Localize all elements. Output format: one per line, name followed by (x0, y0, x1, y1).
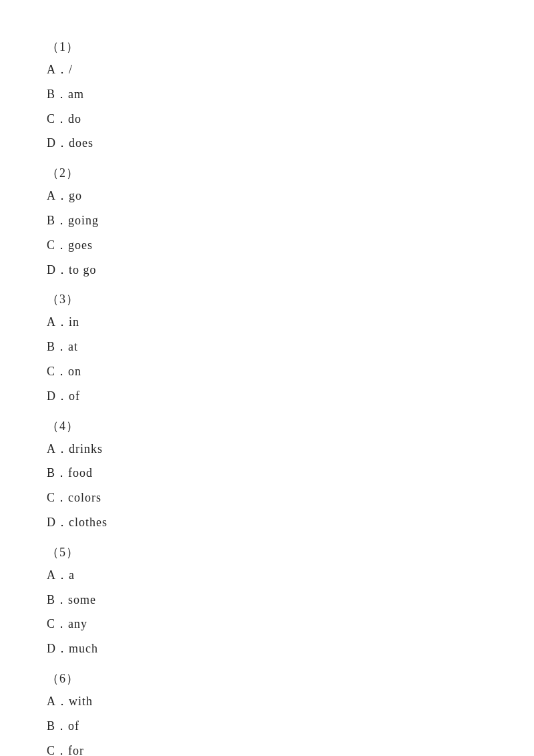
option-q2-b[interactable]: B．going (47, 211, 487, 230)
option-q6-a[interactable]: A．with (47, 692, 487, 711)
option-q3-c[interactable]: C．on (47, 362, 487, 381)
option-q3-b[interactable]: B．at (47, 337, 487, 357)
option-q3-d[interactable]: D．of (47, 387, 487, 406)
option-q1-d[interactable]: D．does (47, 134, 487, 153)
option-q6-b[interactable]: B．of (47, 717, 487, 736)
option-q2-a[interactable]: A．go (47, 186, 487, 206)
option-q3-a[interactable]: A．in (47, 313, 487, 332)
question-number-4: （4） (47, 418, 487, 434)
question-number-1: （1） (47, 39, 487, 55)
option-q4-c[interactable]: C．colors (47, 488, 487, 508)
option-q4-a[interactable]: A．drinks (47, 439, 487, 459)
main-content: （1）A．/B．amC．doD．does（2）A．goB．goingC．goes… (0, 0, 534, 756)
option-q5-b[interactable]: B．some (47, 590, 487, 610)
option-q6-c[interactable]: C．for (47, 741, 487, 756)
option-q1-b[interactable]: B．am (47, 85, 487, 104)
question-number-5: （5） (47, 544, 487, 560)
option-q2-c[interactable]: C．goes (47, 236, 487, 255)
option-q1-c[interactable]: C．do (47, 110, 487, 129)
option-q5-a[interactable]: A．a (47, 566, 487, 585)
option-q4-b[interactable]: B．food (47, 463, 487, 483)
question-number-2: （2） (47, 165, 487, 181)
option-q2-d[interactable]: D．to go (47, 260, 487, 280)
option-q5-d[interactable]: D．much (47, 639, 487, 658)
option-q4-d[interactable]: D．clothes (47, 513, 487, 532)
option-q5-c[interactable]: C．any (47, 614, 487, 634)
option-q1-a[interactable]: A．/ (47, 60, 487, 79)
question-number-6: （6） (47, 671, 487, 687)
question-number-3: （3） (47, 291, 487, 307)
